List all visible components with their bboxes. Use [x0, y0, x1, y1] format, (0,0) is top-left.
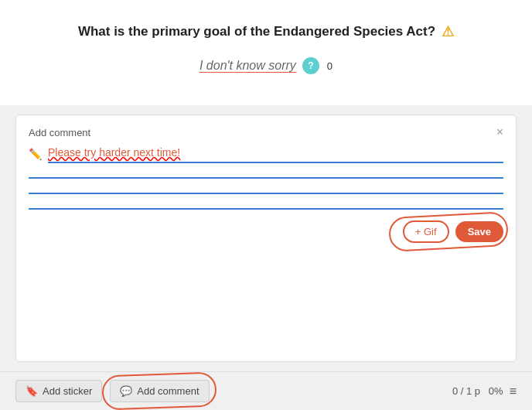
- sticker-icon: 🔖: [26, 385, 38, 397]
- answer-row: I don't know sorry ? 0: [200, 57, 332, 74]
- add-sticker-label: Add sticker: [43, 385, 92, 397]
- comment-panel-header: Add comment ×: [29, 126, 503, 138]
- bottom-toolbar: 🔖 Add sticker 💬 Add comment 0 / 1 p 0% ≡: [0, 371, 532, 410]
- badge-icon: ?: [308, 60, 313, 71]
- comment-panel: Add comment × ✏️ Please try harder next …: [15, 114, 517, 362]
- badge-circle[interactable]: ?: [302, 57, 319, 74]
- badge-count: 0: [327, 60, 332, 72]
- main-container: What is the primary goal of the Endanger…: [0, 0, 532, 410]
- comment-btn-wrapper: 💬 Add comment: [110, 380, 209, 402]
- close-button[interactable]: ×: [496, 126, 503, 138]
- comment-footer: + Gif Save: [29, 220, 503, 243]
- score-display: 0 / 1 p 0%: [452, 385, 503, 397]
- percent-value: 0%: [489, 385, 503, 397]
- menu-icon[interactable]: ≡: [510, 384, 517, 398]
- toolbar-right: 0 / 1 p 0% ≡: [452, 384, 517, 398]
- empty-line-2: [29, 193, 503, 194]
- question-area: What is the primary goal of the Endanger…: [0, 0, 532, 105]
- comment-input-text[interactable]: Please try harder next time!: [48, 146, 503, 163]
- lined-area: ✏️ Please try harder next time!: [29, 146, 503, 210]
- gif-button[interactable]: + Gif: [403, 220, 449, 243]
- pencil-icon: ✏️: [29, 148, 42, 160]
- empty-line-1: [29, 177, 503, 179]
- add-comment-label: Add comment: [137, 385, 199, 397]
- empty-line-3: [29, 208, 503, 210]
- first-line-row: ✏️ Please try harder next time!: [29, 146, 503, 163]
- comment-panel-title: Add comment: [29, 127, 90, 138]
- warning-icon: ⚠: [442, 23, 454, 40]
- question-title: What is the primary goal of the Endanger…: [78, 23, 454, 40]
- score-value: 0 / 1 p: [452, 385, 480, 397]
- add-comment-button[interactable]: 💬 Add comment: [110, 380, 209, 402]
- save-button[interactable]: Save: [455, 221, 503, 242]
- action-group: + Gif Save: [403, 220, 503, 243]
- answer-text: I don't know sorry: [200, 59, 296, 73]
- question-text: What is the primary goal of the Endanger…: [78, 24, 435, 39]
- comment-icon: 💬: [120, 385, 132, 397]
- add-sticker-button[interactable]: 🔖 Add sticker: [15, 380, 102, 402]
- toolbar-left: 🔖 Add sticker 💬 Add comment: [15, 380, 210, 402]
